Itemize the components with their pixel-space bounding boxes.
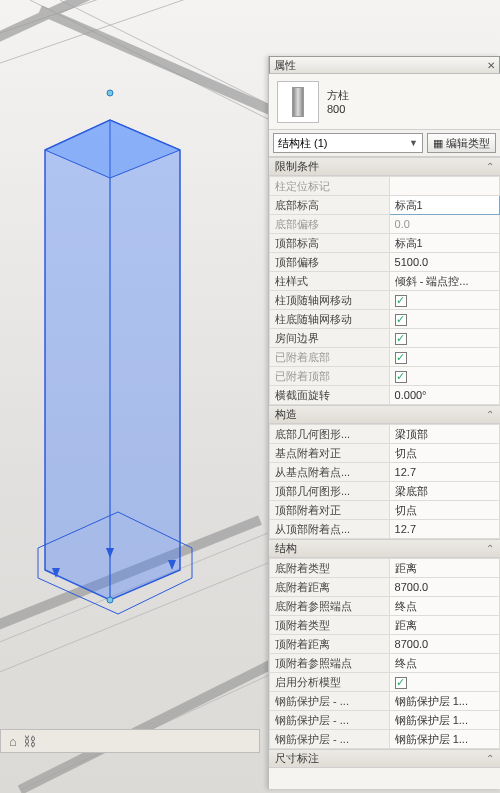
property-row[interactable]: 顶部偏移5100.0 xyxy=(270,253,500,272)
property-value[interactable]: 12.7 xyxy=(389,520,499,539)
close-icon[interactable]: ✕ xyxy=(487,60,495,71)
property-name: 从顶部附着点... xyxy=(270,520,390,539)
group-header[interactable]: 结构⌃ xyxy=(269,539,500,558)
property-value[interactable]: 终点 xyxy=(389,654,499,673)
property-value[interactable]: 12.7 xyxy=(389,463,499,482)
property-name: 底部偏移 xyxy=(270,215,390,234)
filter-icon[interactable]: ⌂ xyxy=(9,734,17,749)
property-value[interactable]: 切点 xyxy=(389,501,499,520)
property-row[interactable]: 顶附着距离8700.0 xyxy=(270,635,500,654)
property-value[interactable] xyxy=(389,291,499,310)
property-value[interactable]: 倾斜 - 端点控... xyxy=(389,272,499,291)
property-value[interactable] xyxy=(389,329,499,348)
property-row[interactable]: 钢筋保护层 - ...钢筋保护层 1... xyxy=(270,692,500,711)
property-value[interactable]: 距离 xyxy=(389,559,499,578)
panel-titlebar[interactable]: 属性 ✕ xyxy=(269,56,500,74)
collapse-icon[interactable]: ⌃ xyxy=(486,753,494,764)
property-value[interactable]: 标高1 xyxy=(389,196,499,215)
edit-type-icon: ▦ xyxy=(433,137,443,150)
family-name: 方柱 xyxy=(327,88,349,103)
property-value[interactable]: 8700.0 xyxy=(389,635,499,654)
link-icon[interactable]: ⛓ xyxy=(23,734,36,749)
checkbox[interactable] xyxy=(395,314,407,326)
property-row[interactable]: 柱样式倾斜 - 端点控... xyxy=(270,272,500,291)
property-value[interactable] xyxy=(389,310,499,329)
edit-type-button[interactable]: ▦ 编辑类型 xyxy=(427,133,496,153)
property-row[interactable]: 从基点附着点...12.7 xyxy=(270,463,500,482)
property-row[interactable]: 横截面旋转0.000° xyxy=(270,386,500,405)
property-row[interactable]: 顶部标高标高1 xyxy=(270,234,500,253)
property-row[interactable]: 启用分析模型 xyxy=(270,673,500,692)
property-row[interactable]: 已附着顶部 xyxy=(270,367,500,386)
property-row[interactable]: 顶部附着对正切点 xyxy=(270,501,500,520)
collapse-icon[interactable]: ⌃ xyxy=(486,161,494,172)
property-row[interactable]: 底附着距离8700.0 xyxy=(270,578,500,597)
property-name: 底部标高 xyxy=(270,196,390,215)
property-row[interactable]: 底部偏移0.0 xyxy=(270,215,500,234)
property-row[interactable]: 顶部几何图形...梁底部 xyxy=(270,482,500,501)
checkbox[interactable] xyxy=(395,677,407,689)
group-header[interactable]: 限制条件⌃ xyxy=(269,157,500,176)
property-name: 柱底随轴网移动 xyxy=(270,310,390,329)
property-grid[interactable]: 限制条件⌃柱定位标记底部标高标高1底部偏移0.0顶部标高标高1顶部偏移5100.… xyxy=(269,157,500,789)
panel-title-text: 属性 xyxy=(274,58,296,73)
property-row[interactable]: 底部几何图形...梁顶部 xyxy=(270,425,500,444)
group-name: 构造 xyxy=(275,407,297,422)
property-row[interactable]: 柱顶随轴网移动 xyxy=(270,291,500,310)
checkbox xyxy=(395,371,407,383)
property-value[interactable]: 钢筋保护层 1... xyxy=(389,711,499,730)
property-value: 0.0 xyxy=(389,215,499,234)
property-name: 顶附着距离 xyxy=(270,635,390,654)
collapse-icon[interactable]: ⌃ xyxy=(486,409,494,420)
group-name: 限制条件 xyxy=(275,159,319,174)
property-value[interactable]: 8700.0 xyxy=(389,578,499,597)
property-row[interactable]: 已附着底部 xyxy=(270,348,500,367)
instance-selector[interactable]: 结构柱 (1) ▼ xyxy=(273,133,423,153)
edit-type-label: 编辑类型 xyxy=(446,136,490,151)
group-header[interactable]: 构造⌃ xyxy=(269,405,500,424)
selected-column[interactable] xyxy=(38,90,192,614)
property-row[interactable]: 柱定位标记 xyxy=(270,177,500,196)
property-row[interactable]: 钢筋保护层 - ...钢筋保护层 1... xyxy=(270,730,500,749)
property-row[interactable]: 底附着参照端点终点 xyxy=(270,597,500,616)
type-selector[interactable]: 方柱 800 xyxy=(269,74,500,130)
instance-selector-text: 结构柱 (1) xyxy=(278,136,328,151)
type-name: 800 xyxy=(327,103,349,115)
property-row[interactable]: 底部标高标高1 xyxy=(270,196,500,215)
property-value[interactable]: 切点 xyxy=(389,444,499,463)
property-name: 底部几何图形... xyxy=(270,425,390,444)
property-row[interactable]: 顶附着类型距离 xyxy=(270,616,500,635)
property-value[interactable]: 钢筋保护层 1... xyxy=(389,730,499,749)
properties-panel: 属性 ✕ 方柱 800 结构柱 (1) ▼ ▦ 编辑类型 限制条件⌃柱定位标记底… xyxy=(268,56,500,789)
property-name: 启用分析模型 xyxy=(270,673,390,692)
property-row[interactable]: 顶附着参照端点终点 xyxy=(270,654,500,673)
property-name: 从基点附着点... xyxy=(270,463,390,482)
property-name: 顶附着参照端点 xyxy=(270,654,390,673)
property-row[interactable]: 底附着类型距离 xyxy=(270,559,500,578)
property-value[interactable]: 0.000° xyxy=(389,386,499,405)
property-name: 底附着类型 xyxy=(270,559,390,578)
svg-point-6 xyxy=(107,597,113,603)
checkbox[interactable] xyxy=(395,333,407,345)
property-value[interactable]: 终点 xyxy=(389,597,499,616)
property-name: 柱样式 xyxy=(270,272,390,291)
property-row[interactable]: 柱底随轴网移动 xyxy=(270,310,500,329)
property-row[interactable]: 从顶部附着点...12.7 xyxy=(270,520,500,539)
property-value[interactable]: 5100.0 xyxy=(389,253,499,272)
collapse-icon[interactable]: ⌃ xyxy=(486,543,494,554)
property-value xyxy=(389,177,499,196)
property-value[interactable]: 梁顶部 xyxy=(389,425,499,444)
checkbox[interactable] xyxy=(395,295,407,307)
property-row[interactable]: 房间边界 xyxy=(270,329,500,348)
property-value xyxy=(389,348,499,367)
property-name: 顶附着类型 xyxy=(270,616,390,635)
group-header[interactable]: 尺寸标注⌃ xyxy=(269,749,500,768)
property-row[interactable]: 钢筋保护层 - ...钢筋保护层 1... xyxy=(270,711,500,730)
property-value[interactable]: 距离 xyxy=(389,616,499,635)
property-value[interactable]: 梁底部 xyxy=(389,482,499,501)
property-value[interactable]: 钢筋保护层 1... xyxy=(389,692,499,711)
svg-marker-0 xyxy=(45,120,180,600)
property-row[interactable]: 基点附着对正切点 xyxy=(270,444,500,463)
property-value[interactable] xyxy=(389,673,499,692)
property-value[interactable]: 标高1 xyxy=(389,234,499,253)
